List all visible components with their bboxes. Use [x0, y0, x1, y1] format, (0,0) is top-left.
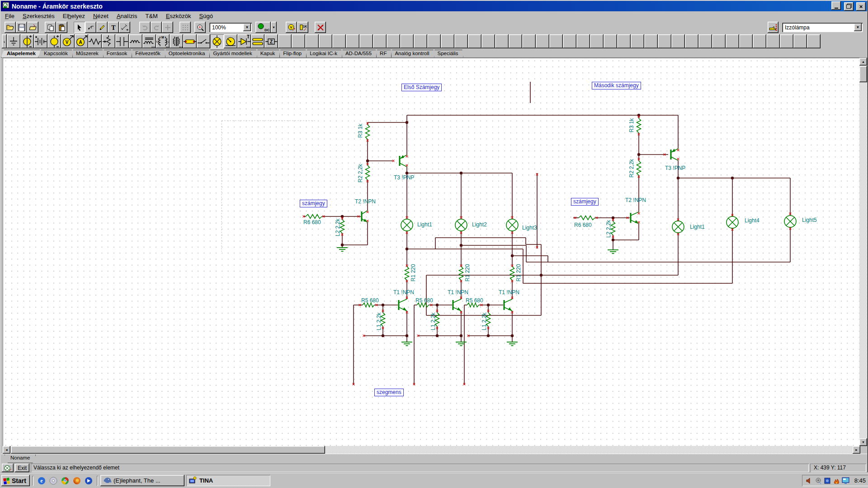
component-label[interactable]: R3 1k	[628, 118, 635, 132]
help-book-icon[interactable]	[824, 477, 831, 484]
component-type-combobox[interactable]: Izzólámpa ▼	[782, 23, 863, 32]
quicklaunch-chrome-icon[interactable]	[60, 476, 70, 486]
quicklaunch-disc-icon[interactable]	[48, 476, 58, 486]
component-label[interactable]: R5 680	[466, 297, 483, 304]
net-label[interactable]: számjegy	[300, 200, 327, 207]
voltage-generator-component-button[interactable]	[47, 34, 61, 48]
component-label[interactable]: T3 !PNP	[394, 174, 414, 181]
menu-item-analzis[interactable]: Analízis	[113, 12, 142, 20]
impedance-component-button[interactable]: Z	[264, 34, 278, 48]
tab-ad-da-555[interactable]: AD-DA/555	[340, 50, 377, 57]
quicklaunch-media-icon[interactable]	[84, 476, 94, 486]
component-label[interactable]: R6 680	[303, 219, 321, 225]
dimension-tool-button[interactable]	[119, 22, 130, 33]
component-label[interactable]: L2 2,2k	[335, 219, 341, 236]
component-label[interactable]: R1 220	[410, 264, 416, 282]
inductor-core-component-button[interactable]: ...	[142, 34, 156, 48]
scroll-up-icon[interactable]: ▲	[859, 58, 867, 66]
fuse-component-button[interactable]	[183, 34, 197, 48]
current-tool-button[interactable]	[2, 464, 14, 472]
capacitor-component-button[interactable]	[115, 34, 129, 48]
npn-transistor-symbol[interactable]	[398, 299, 407, 311]
horizontal-scroll-thumb[interactable]	[11, 446, 325, 454]
zoom-tool-button[interactable]	[194, 22, 206, 33]
dc-mode-dropdown[interactable]: ▼	[271, 22, 277, 33]
chevron-down-icon[interactable]: ▼	[854, 23, 862, 31]
pnp-transistor-symbol[interactable]	[670, 149, 679, 160]
palette-scroll-left-icon[interactable]: ‹	[2, 34, 7, 48]
component-label[interactable]: T1 !NPN	[393, 289, 414, 296]
lamp-symbol[interactable]	[506, 219, 518, 231]
npn-transistor-symbol[interactable]	[453, 299, 462, 311]
chevron-down-icon[interactable]: ▼	[243, 23, 251, 31]
component-label[interactable]: T1 !NPN	[448, 289, 468, 296]
tab-alapelemek[interactable]: Alapelemek	[1, 50, 41, 57]
component-label[interactable]: Light2	[472, 221, 487, 228]
disable-component-button[interactable]	[315, 22, 326, 33]
component-list-button[interactable]	[768, 22, 778, 33]
lamp-symbol[interactable]	[455, 219, 467, 231]
component-label[interactable]: L1 2,2k	[481, 313, 487, 330]
relay-contact-component-button[interactable]	[251, 34, 264, 48]
battery-component-button[interactable]	[34, 34, 47, 48]
switch-component-button[interactable]	[197, 34, 210, 48]
tab-kapcsol-k[interactable]: Kapcsolók	[38, 50, 73, 57]
component-label[interactable]: L1 2,2k	[376, 313, 382, 330]
ground-symbol[interactable]	[507, 342, 518, 346]
component-label[interactable]: T1 !NPN	[499, 289, 519, 296]
component-label[interactable]: L1 2,2k	[430, 313, 436, 330]
paste-button[interactable]	[56, 22, 67, 33]
copy-button[interactable]	[45, 22, 56, 33]
menu-item-eszkzk[interactable]: Eszközök	[162, 12, 195, 20]
volume-icon[interactable]	[806, 477, 813, 484]
scroll-left-icon[interactable]: ◄	[3, 446, 10, 454]
pnp-transistor-symbol[interactable]	[399, 155, 407, 167]
tab-rf[interactable]: RF	[374, 50, 392, 57]
scroll-right-icon[interactable]: ►	[853, 446, 860, 454]
inductor-component-button[interactable]	[129, 34, 142, 48]
tab-optoelektronika[interactable]: Optoelektronika	[163, 50, 210, 57]
tab-gy-rt-i-modellek[interactable]: Gyártói modellek	[207, 50, 257, 57]
speaker-icon[interactable]	[815, 477, 822, 484]
net-label[interactable]: Első Számjegy	[401, 84, 442, 91]
wires[interactable]	[304, 82, 790, 385]
menu-item-sg[interactable]: Súgó	[195, 12, 217, 20]
ground-symbol[interactable]	[456, 342, 467, 346]
component-label[interactable]: T3 !PNP	[665, 165, 685, 171]
quicklaunch-browser-icon[interactable]: e	[37, 476, 47, 486]
npn-transistor-symbol[interactable]	[361, 211, 368, 222]
center-view-button[interactable]	[162, 22, 173, 33]
draw-tool-button[interactable]	[96, 22, 108, 33]
lamp-component-button[interactable]	[210, 34, 224, 48]
menu-item-nzet[interactable]: Nézet	[89, 12, 113, 20]
tab-speci-lis[interactable]: Speciális	[432, 50, 463, 57]
gpu-utility-icon[interactable]	[833, 477, 840, 484]
menu-item-elhelyez[interactable]: Elhelyez	[59, 12, 89, 20]
minimize-button[interactable]	[831, 1, 841, 10]
task-button-0[interactable]: (E)lephant, The ...	[100, 475, 184, 486]
component-label[interactable]: R1 220	[464, 264, 471, 282]
tab-anal-g-kontroll[interactable]: Analóg kontroll	[389, 50, 434, 57]
close-button[interactable]: ×	[856, 2, 866, 11]
interactive-meter-button[interactable]: V	[286, 22, 297, 33]
scroll-down-icon[interactable]: ▼	[859, 438, 867, 446]
voltage-source-component-button[interactable]	[20, 34, 34, 48]
component-label[interactable]: R6 680	[574, 222, 592, 228]
analog-meter-component-button[interactable]	[224, 34, 237, 48]
voltmeter-component-button[interactable]: V	[61, 34, 75, 48]
tab-f-lvezet-k[interactable]: Félvezetők	[129, 50, 165, 57]
tab-flip-flop[interactable]: Flip-flop	[277, 50, 307, 57]
coupled-inductors-component-button[interactable]: ML₁L₂...	[156, 34, 170, 48]
display-icon[interactable]	[842, 477, 850, 484]
lamp-symbol[interactable]	[401, 219, 413, 231]
tab-m-szerek[interactable]: Műszerek	[70, 50, 104, 57]
ground-symbol[interactable]	[401, 342, 412, 346]
exit-button[interactable]: Exit	[15, 464, 29, 472]
resistor-component-button[interactable]	[88, 34, 102, 48]
undo-button[interactable]	[139, 22, 151, 33]
ground-component-button[interactable]	[7, 34, 20, 48]
wire-tool-button[interactable]	[85, 22, 96, 33]
quicklaunch-firefox-icon[interactable]	[72, 476, 82, 486]
net-label[interactable]: szegmens	[374, 389, 404, 396]
component-label[interactable]: L2 2,2k	[605, 220, 612, 238]
